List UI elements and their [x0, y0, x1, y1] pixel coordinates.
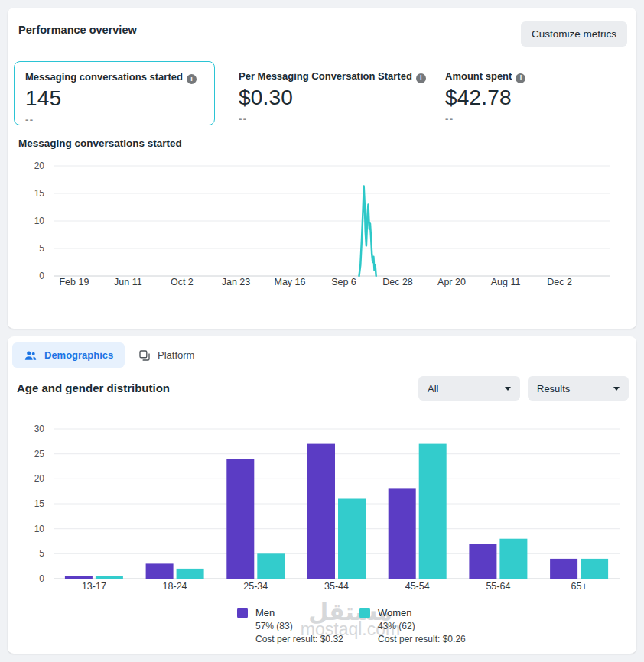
tab-platform[interactable]: Platform — [127, 342, 206, 368]
svg-text:0: 0 — [39, 271, 44, 281]
metric-card-per-conversation-cost[interactable]: Per Messaging Conversation Startedi $0.3… — [228, 61, 437, 125]
metric-delta: -- — [25, 114, 203, 125]
svg-text:15: 15 — [34, 498, 45, 509]
svg-text:10: 10 — [34, 524, 45, 534]
svg-text:5: 5 — [39, 243, 44, 254]
svg-text:30: 30 — [34, 423, 45, 434]
svg-text:15: 15 — [34, 188, 45, 199]
svg-text:Oct 2: Oct 2 — [171, 277, 194, 287]
metric-label: Per Messaging Conversation Startedi — [239, 70, 426, 83]
svg-text:25: 25 — [34, 449, 45, 459]
svg-text:20: 20 — [34, 473, 45, 484]
info-icon[interactable]: i — [187, 74, 197, 84]
svg-text:0: 0 — [39, 573, 44, 584]
svg-text:Dec 2: Dec 2 — [547, 277, 572, 287]
metric-value: $42.78 — [445, 86, 525, 110]
chevron-down-icon — [505, 387, 511, 391]
chevron-down-icon — [613, 387, 620, 391]
svg-text:55-64: 55-64 — [486, 581, 510, 592]
people-icon — [24, 349, 37, 362]
svg-text:35-44: 35-44 — [324, 581, 349, 592]
svg-text:Aug 11: Aug 11 — [491, 277, 521, 287]
legend-item-men: Men 57% (83) Cost per result: $0.32 — [237, 607, 343, 644]
svg-text:25-34: 25-34 — [243, 581, 268, 592]
metric-label-text: Per Messaging Conversation Started — [239, 70, 412, 82]
legend-share: 57% (83) — [255, 621, 343, 631]
svg-text:18-24: 18-24 — [163, 581, 187, 592]
customize-metrics-button[interactable]: Customize metrics — [521, 21, 627, 47]
metric-delta: -- — [239, 113, 426, 125]
svg-text:45-54: 45-54 — [405, 581, 430, 592]
metric-card-amount-spent[interactable]: Amount spenti $42.78 -- — [434, 61, 536, 125]
performance-overview-card: Performance overview Customize metrics M… — [8, 8, 636, 329]
legend-label: Women — [378, 607, 466, 618]
legend-cost: Cost per result: $0.32 — [255, 634, 343, 644]
svg-text:Dec 28: Dec 28 — [382, 277, 413, 287]
overlapping-squares-icon — [138, 349, 151, 362]
line-chart-title: Messaging conversations started — [18, 138, 182, 149]
dropdown-value: Results — [537, 383, 570, 394]
dropdown-value: All — [428, 383, 438, 394]
svg-text:13-17: 13-17 — [82, 581, 106, 592]
metric-value: 145 — [25, 86, 203, 111]
svg-text:Sep 6: Sep 6 — [331, 277, 356, 287]
svg-text:May 16: May 16 — [275, 277, 306, 287]
men-color-swatch — [237, 608, 248, 618]
info-icon[interactable]: i — [516, 73, 525, 83]
metric-label-text: Messaging conversations started — [25, 71, 183, 83]
tab-label: Demographics — [44, 349, 113, 361]
svg-text:Feb 19: Feb 19 — [59, 277, 89, 287]
info-icon[interactable]: i — [416, 73, 426, 83]
metric-label: Amount spenti — [445, 70, 525, 83]
messaging-conversations-line-chart: 05101520Feb 19Jun 11Oct 2Jan 23May 16Sep… — [8, 157, 636, 299]
svg-text:10: 10 — [34, 216, 45, 226]
svg-text:Jun 11: Jun 11 — [114, 277, 142, 287]
legend-share: 43% (62) — [378, 621, 466, 631]
metric-card-messaging-conversations[interactable]: Messaging conversations startedi 145 -- — [14, 61, 215, 125]
legend-label: Men — [255, 607, 343, 618]
legend-texts: Men 57% (83) Cost per result: $0.32 — [255, 607, 343, 644]
metric-filter-dropdown[interactable]: Results — [528, 376, 629, 401]
svg-text:20: 20 — [34, 161, 45, 171]
legend-cost: Cost per result: $0.26 — [378, 634, 466, 644]
svg-text:5: 5 — [39, 548, 44, 559]
gender-filter-dropdown[interactable]: All — [418, 376, 520, 401]
metric-label-text: Amount spent — [445, 70, 512, 82]
svg-text:65+: 65+ — [571, 581, 587, 592]
tab-demographics[interactable]: Demographics — [12, 342, 125, 368]
svg-text:Apr 20: Apr 20 — [437, 277, 466, 287]
metric-delta: -- — [445, 113, 525, 125]
breakdown-card: Demographics Platform Age and gender dis… — [8, 336, 636, 654]
age-gender-title: Age and gender distribution — [17, 381, 170, 394]
performance-overview-title: Performance overview — [18, 24, 137, 36]
tab-label: Platform — [158, 349, 194, 361]
women-color-swatch — [359, 608, 370, 618]
legend-item-women: Women 43% (62) Cost per result: $0.26 — [359, 607, 466, 644]
svg-text:Jan 23: Jan 23 — [222, 277, 251, 287]
age-gender-bar-chart: 05101520253013-1718-2425-3435-4445-5455-… — [8, 415, 636, 606]
legend-texts: Women 43% (62) Cost per result: $0.26 — [378, 607, 466, 644]
metric-label: Messaging conversations startedi — [25, 71, 203, 84]
metric-value: $0.30 — [239, 86, 426, 110]
